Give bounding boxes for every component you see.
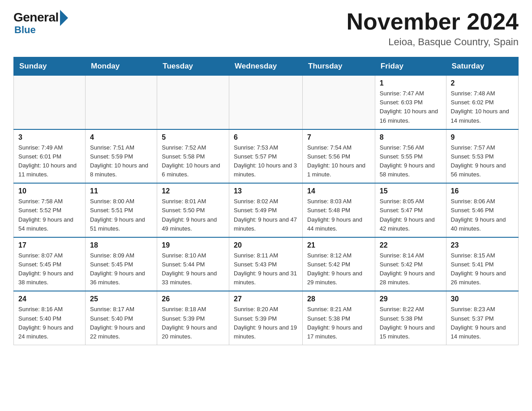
- day-info: Sunrise: 8:09 AM Sunset: 5:45 PM Dayligh…: [90, 251, 152, 287]
- header-row: SundayMondayTuesdayWednesdayThursdayFrid…: [14, 57, 519, 76]
- day-cell: 16Sunrise: 8:06 AM Sunset: 5:46 PM Dayli…: [446, 183, 518, 237]
- logo-bottom-text: Blue: [14, 24, 36, 36]
- day-number: 25: [90, 295, 152, 303]
- day-number: 11: [90, 187, 152, 195]
- day-info: Sunrise: 8:10 AM Sunset: 5:44 PM Dayligh…: [162, 251, 224, 287]
- day-info: Sunrise: 8:02 AM Sunset: 5:49 PM Dayligh…: [234, 197, 298, 233]
- day-number: 4: [90, 133, 152, 141]
- day-number: 21: [307, 241, 370, 249]
- day-cell: 4Sunrise: 7:51 AM Sunset: 5:59 PM Daylig…: [86, 129, 157, 184]
- day-cell: 23Sunrise: 8:15 AM Sunset: 5:41 PM Dayli…: [446, 237, 518, 291]
- day-cell: 8Sunrise: 7:56 AM Sunset: 5:55 PM Daylig…: [375, 129, 446, 184]
- day-number: 5: [162, 133, 224, 141]
- day-info: Sunrise: 7:48 AM Sunset: 6:02 PM Dayligh…: [451, 89, 514, 125]
- day-cell: 26Sunrise: 8:18 AM Sunset: 5:39 PM Dayli…: [157, 291, 229, 345]
- day-cell: 7Sunrise: 7:54 AM Sunset: 5:56 PM Daylig…: [303, 129, 375, 184]
- logo-arrow-icon: [60, 10, 68, 26]
- column-header-friday: Friday: [375, 57, 446, 76]
- day-info: Sunrise: 7:56 AM Sunset: 5:55 PM Dayligh…: [380, 143, 442, 180]
- day-cell: 15Sunrise: 8:05 AM Sunset: 5:47 PM Dayli…: [375, 183, 446, 237]
- page-header: General Blue November 2024 Leioa, Basque…: [13, 9, 519, 48]
- day-cell: 5Sunrise: 7:52 AM Sunset: 5:58 PM Daylig…: [157, 129, 229, 184]
- day-cell: 27Sunrise: 8:20 AM Sunset: 5:39 PM Dayli…: [229, 291, 303, 345]
- day-number: 7: [307, 133, 370, 141]
- day-cell: 17Sunrise: 8:07 AM Sunset: 5:45 PM Dayli…: [14, 237, 86, 291]
- week-row-4: 17Sunrise: 8:07 AM Sunset: 5:45 PM Dayli…: [14, 237, 519, 291]
- day-info: Sunrise: 8:01 AM Sunset: 5:50 PM Dayligh…: [162, 197, 224, 233]
- day-number: 19: [162, 241, 224, 249]
- column-header-saturday: Saturday: [446, 57, 518, 76]
- day-cell: 22Sunrise: 8:14 AM Sunset: 5:42 PM Dayli…: [375, 237, 446, 291]
- column-header-thursday: Thursday: [303, 57, 375, 76]
- week-row-3: 10Sunrise: 7:58 AM Sunset: 5:52 PM Dayli…: [14, 183, 519, 237]
- day-info: Sunrise: 8:07 AM Sunset: 5:45 PM Dayligh…: [18, 251, 81, 287]
- day-number: 17: [18, 241, 81, 249]
- day-cell: 19Sunrise: 8:10 AM Sunset: 5:44 PM Dayli…: [157, 237, 229, 291]
- day-info: Sunrise: 8:03 AM Sunset: 5:48 PM Dayligh…: [307, 197, 370, 233]
- day-cell: 21Sunrise: 8:12 AM Sunset: 5:42 PM Dayli…: [303, 237, 375, 291]
- day-cell: 29Sunrise: 8:22 AM Sunset: 5:38 PM Dayli…: [375, 291, 446, 345]
- day-number: 20: [234, 241, 298, 249]
- day-info: Sunrise: 8:05 AM Sunset: 5:47 PM Dayligh…: [380, 197, 442, 233]
- day-number: 28: [307, 295, 370, 303]
- day-number: 15: [380, 187, 442, 195]
- day-number: 26: [162, 295, 224, 303]
- day-number: 12: [162, 187, 224, 195]
- column-header-sunday: Sunday: [14, 57, 86, 76]
- day-number: 13: [234, 187, 298, 195]
- day-info: Sunrise: 8:22 AM Sunset: 5:38 PM Dayligh…: [380, 305, 442, 341]
- day-info: Sunrise: 7:51 AM Sunset: 5:59 PM Dayligh…: [90, 143, 152, 180]
- day-cell: 14Sunrise: 8:03 AM Sunset: 5:48 PM Dayli…: [303, 183, 375, 237]
- week-row-2: 3Sunrise: 7:49 AM Sunset: 6:01 PM Daylig…: [14, 129, 519, 184]
- column-header-monday: Monday: [86, 57, 157, 76]
- day-cell: 11Sunrise: 8:00 AM Sunset: 5:51 PM Dayli…: [86, 183, 157, 237]
- day-cell: [14, 76, 86, 129]
- day-cell: 28Sunrise: 8:21 AM Sunset: 5:38 PM Dayli…: [303, 291, 375, 345]
- day-number: 16: [451, 187, 514, 195]
- day-number: 29: [380, 295, 442, 303]
- day-info: Sunrise: 7:58 AM Sunset: 5:52 PM Dayligh…: [18, 197, 81, 233]
- logo: General Blue: [13, 9, 70, 36]
- day-number: 8: [380, 133, 442, 141]
- day-info: Sunrise: 7:57 AM Sunset: 5:53 PM Dayligh…: [451, 143, 514, 180]
- logo-general-text: General: [13, 10, 59, 25]
- day-number: 3: [18, 133, 81, 141]
- logo-top: General: [13, 9, 70, 26]
- day-number: 24: [18, 295, 81, 303]
- day-info: Sunrise: 8:15 AM Sunset: 5:41 PM Dayligh…: [451, 251, 514, 287]
- day-cell: [303, 76, 375, 129]
- day-info: Sunrise: 7:52 AM Sunset: 5:58 PM Dayligh…: [162, 143, 224, 180]
- day-cell: 18Sunrise: 8:09 AM Sunset: 5:45 PM Dayli…: [86, 237, 157, 291]
- day-info: Sunrise: 8:06 AM Sunset: 5:46 PM Dayligh…: [451, 197, 514, 233]
- day-number: 18: [90, 241, 152, 249]
- day-number: 9: [451, 133, 514, 141]
- day-cell: 30Sunrise: 8:23 AM Sunset: 5:37 PM Dayli…: [446, 291, 518, 345]
- day-number: 1: [380, 79, 442, 87]
- day-info: Sunrise: 8:11 AM Sunset: 5:43 PM Dayligh…: [234, 251, 298, 287]
- day-info: Sunrise: 8:21 AM Sunset: 5:38 PM Dayligh…: [307, 305, 370, 341]
- day-cell: 12Sunrise: 8:01 AM Sunset: 5:50 PM Dayli…: [157, 183, 229, 237]
- day-info: Sunrise: 7:54 AM Sunset: 5:56 PM Dayligh…: [307, 143, 370, 180]
- day-cell: 24Sunrise: 8:16 AM Sunset: 5:40 PM Dayli…: [14, 291, 86, 345]
- calendar-title: November 2024: [347, 9, 519, 34]
- day-info: Sunrise: 8:20 AM Sunset: 5:39 PM Dayligh…: [234, 305, 298, 341]
- day-cell: 3Sunrise: 7:49 AM Sunset: 6:01 PM Daylig…: [14, 129, 86, 184]
- day-number: 6: [234, 133, 298, 141]
- day-number: 23: [451, 241, 514, 249]
- day-cell: [229, 76, 303, 129]
- day-cell: [86, 76, 157, 129]
- day-number: 27: [234, 295, 298, 303]
- day-cell: 25Sunrise: 8:17 AM Sunset: 5:40 PM Dayli…: [86, 291, 157, 345]
- day-info: Sunrise: 7:47 AM Sunset: 6:03 PM Dayligh…: [380, 89, 442, 125]
- day-cell: 9Sunrise: 7:57 AM Sunset: 5:53 PM Daylig…: [446, 129, 518, 184]
- day-cell: 1Sunrise: 7:47 AM Sunset: 6:03 PM Daylig…: [375, 76, 446, 129]
- day-info: Sunrise: 8:12 AM Sunset: 5:42 PM Dayligh…: [307, 251, 370, 287]
- title-block: November 2024 Leioa, Basque Country, Spa…: [347, 9, 519, 48]
- calendar-location: Leioa, Basque Country, Spain: [347, 36, 519, 48]
- day-cell: [157, 76, 229, 129]
- day-info: Sunrise: 8:23 AM Sunset: 5:37 PM Dayligh…: [451, 305, 514, 341]
- day-info: Sunrise: 7:49 AM Sunset: 6:01 PM Dayligh…: [18, 143, 81, 180]
- day-info: Sunrise: 7:53 AM Sunset: 5:57 PM Dayligh…: [234, 143, 298, 180]
- day-number: 30: [451, 295, 514, 303]
- week-row-5: 24Sunrise: 8:16 AM Sunset: 5:40 PM Dayli…: [14, 291, 519, 345]
